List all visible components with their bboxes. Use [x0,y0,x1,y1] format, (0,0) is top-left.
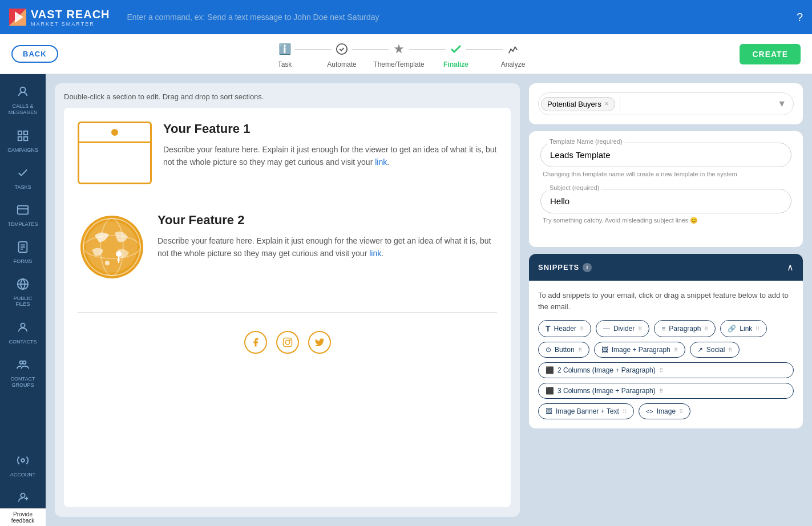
command-bar[interactable]: Enter a command, ex: Send a text message… [127,13,797,22]
link-icon: 🔗 [728,325,736,333]
snippet-image-banner[interactable]: 🖼 Image Banner + Text ⠿ [538,403,634,419]
svg-point-19 [21,459,25,462]
chip-divider [620,97,620,111]
logo-text-block: VAST REACH MARKET SMARTER [31,8,110,27]
template-name-label: Template Name (required) [547,138,625,145]
feature-2-section[interactable]: Your Feature 2 Describe your feature her… [78,213,497,295]
snippets-collapse-icon[interactable]: ∧ [787,262,794,273]
feature-2-title: Your Feature 2 [157,213,497,228]
svg-point-32 [289,339,290,341]
snippet-3col[interactable]: ⬛ 3 Columns (Image + Paragraph) ⠿ [538,383,794,399]
email-canvas[interactable]: Your Feature 1 Describe your feature her… [64,108,511,507]
sidebar-item-forms[interactable]: FORMS [0,235,46,270]
sidebar-item-tasks[interactable]: TASKS [0,161,46,196]
snippet-divider[interactable]: — Divider ⠿ [596,320,649,337]
twitter-icon[interactable] [308,331,331,354]
templates-label: TEMPLATES [8,221,38,227]
campaigns-icon [17,130,29,145]
instagram-icon[interactable] [276,331,299,354]
snippet-link[interactable]: 🔗 Link ⠿ [720,320,767,337]
svg-rect-6 [18,136,22,140]
create-button[interactable]: CREATE [740,44,801,64]
workflow-bar: BACK ℹ️ Task Automate Theme/Template Fin… [0,34,812,74]
template-name-field: Template Name (required) Changing this t… [540,143,791,177]
snippet-image-paragraph[interactable]: 🖼 Image + Paragraph ⠿ [594,342,685,358]
recipients-dropdown-icon[interactable]: ▼ [777,99,791,109]
recipient-chips: Potential Buyers × ▼ [538,92,794,115]
2col-drag: ⠿ [659,367,663,374]
snippets-description: To add snippets to your email, click or … [538,290,794,312]
image-paragraph-icon: 🖼 [601,346,608,354]
sidebar-item-templates[interactable]: TEMPLATES [0,198,46,233]
workflow-steps: ℹ️ Task Automate Theme/Template Finalize [58,40,740,68]
svg-rect-5 [24,131,27,134]
right-panel: Potential Buyers × ▼ Template Name (requ… [529,83,803,517]
step-finalize[interactable]: Finalize [427,40,484,68]
step-theme[interactable]: Theme/Template [370,40,427,68]
snippet-image[interactable]: <> Image ⠿ [639,403,690,419]
paragraph-drag: ⠿ [704,326,708,332]
sidebar-item-account[interactable]: ACCOUNT [0,448,46,483]
feature-1-section[interactable]: Your Feature 1 Describe your feature her… [78,122,497,196]
sidebar-item-public-files[interactable]: PUBLICFILES [0,272,46,314]
feature-2-icon [78,213,146,284]
subject-input[interactable] [540,189,791,213]
svg-rect-7 [24,136,27,140]
button-icon: ⊙ [546,346,551,354]
feature-1-desc: Describe your feature here. Explain it j… [163,143,497,169]
account-icon [17,454,29,470]
template-name-input[interactable] [540,143,791,167]
provide-feedback[interactable]: Provide feedback [0,508,46,526]
svg-point-16 [21,323,25,327]
image-banner-drag: ⠿ [623,408,627,415]
analyze-icon [504,40,522,58]
snippet-2col[interactable]: ⬛ 2 Columns (Image + Paragraph) ⠿ [538,362,794,378]
public-files-icon [17,278,29,293]
social-icons-row [78,322,497,363]
image-code-icon: <> [646,408,653,415]
help-icon[interactable]: ? [797,11,803,24]
snippet-paragraph[interactable]: ≡ Paragraph ⠿ [654,320,716,337]
social-icon-btn: ↗ [697,346,703,354]
feature-2-content: Your Feature 2 Describe your feature her… [157,213,497,260]
svg-rect-8 [18,205,28,214]
contacts-icon [17,321,29,337]
facebook-icon[interactable] [244,331,267,354]
snippets-header: SNIPPETS i ∧ [529,254,803,281]
chip-remove-button[interactable]: × [605,100,609,108]
snippet-social[interactable]: ↗ Social ⠿ [690,342,740,358]
task-icon: ℹ️ [276,40,294,58]
automate-icon [333,40,351,58]
step-task[interactable]: ℹ️ Task [256,40,313,68]
header-icon: T [546,324,551,333]
sidebar: CALLS &MESSAGES CAMPAIGNS TASKS TEMPLATE… [0,74,46,526]
sidebar-item-calls-messages[interactable]: CALLS &MESSAGES [0,80,46,122]
snippet-header[interactable]: T Header ⠿ [538,320,591,337]
canvas-panel: Double-click a section to edit. Drag and… [55,83,520,517]
snippets-section: SNIPPETS i ∧ To add snippets to your ema… [529,254,803,428]
step-analyze[interactable]: Analyze [484,40,542,68]
feature-2-link[interactable]: link [369,249,381,258]
sidebar-item-contacts[interactable]: CONTACTS [0,315,46,350]
theme-icon [390,40,408,58]
back-button[interactable]: BACK [11,45,58,63]
image-banner-icon: 🖼 [546,407,552,415]
public-files-label: PUBLICFILES [14,296,33,308]
feature-2-desc: Describe your feature here. Explain it j… [157,234,497,260]
feature-1-link[interactable]: link [375,157,387,167]
calls-messages-icon [17,86,29,101]
step-automate[interactable]: Automate [313,40,370,68]
sidebar-item-contact-groups[interactable]: CONTACTGROUPS [0,353,46,394]
forms-icon [17,241,29,256]
link-drag: ⠿ [756,326,760,332]
snippet-button[interactable]: ⊙ Button ⠿ [538,342,589,358]
snippets-info-icon[interactable]: i [583,263,592,272]
svg-rect-30 [283,338,292,347]
contact-groups-label: CONTACTGROUPS [11,376,35,389]
subject-hint: Try something catchy. Avoid misleading s… [543,217,791,224]
social-drag: ⠿ [728,347,732,353]
button-drag: ⠿ [578,347,582,353]
globe-svg [78,213,146,281]
sidebar-item-campaigns[interactable]: CAMPAIGNS [0,124,46,159]
snippet-buttons-grid: T Header ⠿ — Divider ⠿ ≡ Paragraph ⠿ [538,320,794,419]
